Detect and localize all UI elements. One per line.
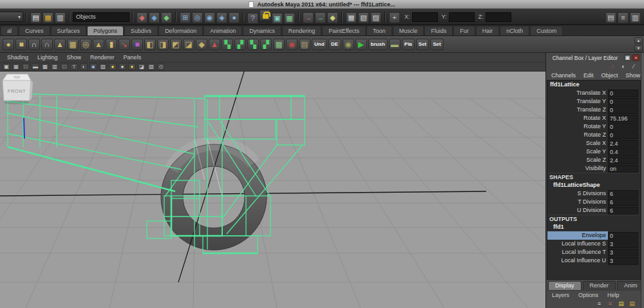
- tab-deformation[interactable]: Deformation: [158, 26, 203, 35]
- title-bar[interactable]: Autodesk Maya 2011 x64: untitled* --- ff…: [0, 0, 644, 9]
- close-panel-button[interactable]: ×: [632, 54, 639, 61]
- grenade-icon[interactable]: ◉: [343, 39, 354, 50]
- y-coord-input[interactable]: [449, 12, 475, 22]
- attr-value-field[interactable]: 2.4: [608, 140, 638, 148]
- attr-value-field[interactable]: 0: [608, 123, 638, 131]
- select-object-icon[interactable]: ◆: [149, 12, 160, 23]
- objects-combo[interactable]: Objects: [73, 12, 129, 22]
- menu-renderer[interactable]: Renderer: [86, 54, 119, 61]
- selected-lattice-edge[interactable]: [24, 118, 24, 139]
- save-scene-icon[interactable]: ▥: [55, 12, 66, 23]
- viewport-canvas[interactable]: TOP FRONT: [0, 72, 545, 308]
- snap-curve-icon[interactable]: ◎: [192, 12, 203, 23]
- bevel-icon[interactable]: ◆: [196, 39, 207, 50]
- checker-map4-icon[interactable]: ▞: [260, 39, 272, 50]
- channel-attr-rotate-x[interactable]: Rotate X75.196: [547, 114, 640, 122]
- render-view-icon[interactable]: ▦: [346, 12, 357, 23]
- smooth-mesh-icon[interactable]: ∩: [28, 39, 40, 50]
- set-badge[interactable]: Set: [416, 39, 429, 50]
- subdiv-cube-icon[interactable]: ■: [131, 39, 143, 50]
- tab-custom[interactable]: Custom: [530, 26, 563, 35]
- tab-polygons[interactable]: Polygons: [87, 26, 124, 35]
- wireframe-icon[interactable]: ◐: [80, 63, 88, 70]
- lock-icon[interactable]: [260, 10, 270, 21]
- tab-subdivs[interactable]: Subdivs: [124, 26, 158, 35]
- attr-value-field[interactable]: 6: [608, 198, 638, 206]
- tab-toon[interactable]: Toon: [366, 26, 392, 35]
- delete-layer-icon[interactable]: ≡: [606, 300, 614, 307]
- poly-pipe-icon[interactable]: ▮: [106, 39, 117, 50]
- textured-icon[interactable]: ▨: [99, 63, 107, 70]
- poly-cube-icon[interactable]: ■: [15, 39, 27, 50]
- attr-value-field[interactable]: 0: [608, 232, 638, 240]
- channel-attr-rotate-y[interactable]: Rotate Y0: [547, 122, 640, 131]
- attr-value-field[interactable]: 6: [608, 190, 638, 198]
- attr-value-field[interactable]: 0: [608, 90, 638, 97]
- menu-lighting[interactable]: Lighting: [33, 54, 62, 61]
- tab-anim[interactable]: Anim: [617, 281, 644, 290]
- attr-value-field[interactable]: 0: [608, 131, 638, 139]
- layer-list-icon[interactable]: ≡: [595, 300, 603, 307]
- menu-panels[interactable]: Panels: [119, 54, 146, 61]
- attr-value-field[interactable]: 6: [608, 207, 638, 215]
- z-coord-input[interactable]: [486, 12, 511, 22]
- snap-plane-icon[interactable]: ◈: [216, 12, 227, 23]
- attr-value-field[interactable]: 0.4: [608, 148, 638, 156]
- extract-icon[interactable]: ◨: [157, 39, 169, 50]
- tab-surfaces[interactable]: Surfaces: [51, 26, 87, 35]
- poly-pyramid-icon[interactable]: ▲: [93, 39, 104, 50]
- snap-point-icon[interactable]: ◉: [204, 12, 215, 23]
- xray-icon[interactable]: ▧: [147, 63, 155, 70]
- split-poly-icon[interactable]: ◪: [183, 39, 194, 50]
- money-icon[interactable]: ▬: [389, 39, 401, 50]
- attr-value-field[interactable]: 2.4: [608, 157, 638, 164]
- reduce-icon[interactable]: ▲: [209, 39, 220, 50]
- shaded-icon[interactable]: ■: [90, 63, 97, 70]
- shelf-scroll-up-button[interactable]: ▲: [634, 37, 643, 44]
- channel-attr-scale-y[interactable]: Scale Y0.4: [547, 148, 640, 156]
- channel-section-outputs[interactable]: OUTPUTS: [547, 215, 640, 223]
- tab-animation[interactable]: Animation: [204, 26, 242, 35]
- new-empty-layer-icon[interactable]: ▤: [617, 300, 625, 307]
- grid-toggle-icon[interactable]: ▦: [12, 63, 20, 70]
- no-lights-icon[interactable]: ●: [118, 63, 126, 70]
- checker-map-icon[interactable]: ▚: [222, 39, 233, 50]
- channel-attr-translate-x[interactable]: Translate X0: [547, 89, 640, 97]
- render-flag-icon[interactable]: ▦: [284, 13, 295, 24]
- channel-attr-rotate-z[interactable]: Rotate Z0: [547, 131, 640, 139]
- pla-badge[interactable]: Pla: [402, 39, 415, 50]
- safe-action-icon[interactable]: □: [61, 63, 68, 70]
- smooth-mesh-preview-icon[interactable]: ∩: [41, 39, 53, 50]
- poly-torus-icon[interactable]: ◎: [80, 39, 91, 50]
- select-camera-icon[interactable]: ▣: [3, 63, 10, 70]
- channel-node-ffd1latticeshape[interactable]: ffd1LatticeShape: [547, 181, 640, 189]
- attr-value-field[interactable]: 0: [608, 106, 638, 114]
- attr-value-field[interactable]: 3: [608, 249, 638, 256]
- view-cube[interactable]: TOP FRONT: [0, 72, 33, 105]
- highlight-selection-icon[interactable]: ▣: [272, 13, 283, 24]
- menu-help[interactable]: Help: [603, 292, 624, 298]
- select-hierarchy-icon[interactable]: ◆: [137, 12, 147, 23]
- select-component-icon[interactable]: ◆: [161, 12, 172, 23]
- new-scene-icon[interactable]: ▤: [30, 12, 41, 23]
- menu-options[interactable]: Options: [574, 292, 603, 298]
- menu-shading[interactable]: Shading: [3, 54, 33, 61]
- tab-fur[interactable]: Fur: [453, 26, 475, 35]
- attr-value-field[interactable]: 0: [608, 98, 638, 106]
- channel-attr-u-divisions[interactable]: U Divisions6: [547, 206, 640, 215]
- map-icon[interactable]: ▤: [299, 39, 310, 50]
- film-gate-icon[interactable]: □: [22, 63, 30, 70]
- ipr-render-icon[interactable]: ▧: [358, 12, 369, 23]
- channel-attr-s-divisions[interactable]: S Divisions6: [547, 189, 640, 198]
- float-panel-button[interactable]: ▣: [624, 54, 631, 61]
- x-coord-input[interactable]: [412, 12, 438, 22]
- tab-display[interactable]: Display: [548, 281, 582, 290]
- checker-map2-icon[interactable]: ▞: [234, 39, 246, 50]
- uv-grid-icon[interactable]: ▦: [273, 39, 285, 50]
- channel-attr-translate-z[interactable]: Translate Z0: [547, 106, 640, 114]
- combine-icon[interactable]: ◧: [144, 39, 156, 50]
- channel-attr-visibility[interactable]: Visibilityon: [547, 164, 640, 173]
- quick-help-icon[interactable]: ?: [247, 13, 258, 24]
- isolate-select-icon[interactable]: ◪: [138, 63, 146, 70]
- construction-history-icon[interactable]: ◆: [327, 12, 338, 23]
